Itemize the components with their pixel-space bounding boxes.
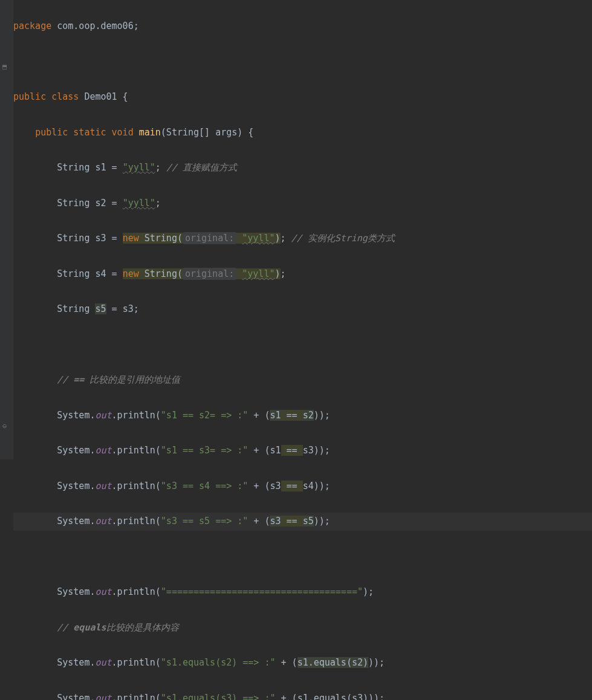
method-println: println: [117, 445, 155, 456]
string-literal: "s1 == s2= => :": [161, 410, 249, 421]
code-editor[interactable]: ⬒ ⊖ package com.oop.demo06; public class…: [0, 0, 592, 700]
string-literal: "yyll": [123, 162, 155, 173]
override-icon: ⬒: [2, 60, 7, 74]
method-println: println: [117, 410, 155, 421]
type-string: String: [57, 303, 89, 314]
class-system: System: [57, 445, 89, 456]
string-literal: "s1.equals(s3) ==> :": [161, 693, 276, 700]
method-main: main: [139, 127, 161, 138]
assign: =: [106, 268, 123, 279]
fold-icon[interactable]: ⊖: [2, 420, 7, 433]
class-system: System: [57, 586, 89, 597]
op-plus: +: [248, 516, 264, 527]
var-s3: s3: [270, 516, 281, 527]
assign: =: [106, 162, 123, 173]
keyword-new: new: [123, 233, 139, 244]
dot: .: [112, 657, 117, 668]
field-out: out: [95, 481, 111, 491]
field-out: out: [95, 445, 111, 456]
var-s3: s3: [270, 481, 281, 491]
semicolon: ;: [155, 162, 161, 173]
string-literal: "s3 == s5 ==> :": [161, 516, 249, 527]
string-literal: "s1.equals(s2) ==> :": [161, 657, 276, 668]
keyword-public: public: [35, 127, 68, 138]
dot: .: [112, 481, 117, 491]
semicolon: ;: [281, 233, 286, 244]
open-paren: (: [155, 481, 161, 491]
code-body[interactable]: package com.oop.demo06; public class Dem…: [13, 0, 592, 700]
class-system: System: [57, 693, 89, 700]
type-string: String: [57, 198, 89, 209]
open-paren: (: [155, 445, 161, 456]
semicolon: ;: [134, 21, 139, 31]
semicolon: ;: [134, 303, 139, 314]
close: ));: [314, 481, 330, 491]
var-s4: s4: [303, 481, 314, 491]
open-paren: (: [155, 693, 161, 700]
var-s5: s5: [303, 516, 314, 527]
var-s2: s2: [303, 410, 314, 421]
op-plus: +: [248, 410, 264, 421]
keyword-void: void: [112, 127, 134, 138]
op-plus: +: [276, 693, 292, 700]
param-hint: original:: [183, 232, 236, 244]
op-plus: +: [248, 445, 264, 456]
string-literal: "yyll": [123, 198, 155, 209]
op-eqeq: ==: [281, 481, 303, 491]
var-s3: s3: [95, 233, 106, 244]
op-eqeq: ==: [281, 445, 303, 456]
keyword-new: new: [123, 268, 139, 279]
open-paren: (: [155, 586, 161, 597]
comment: // equals比较的是具体内容: [57, 622, 178, 633]
keyword-class: class: [51, 91, 79, 102]
field-out: out: [95, 516, 111, 527]
dot: .: [112, 586, 117, 597]
var-s3: s3: [303, 445, 314, 456]
main-params: (String[] args) {: [161, 127, 254, 138]
assign: =: [106, 233, 123, 244]
close-paren: ): [275, 233, 280, 244]
close: )));: [363, 693, 385, 700]
method-println: println: [117, 481, 155, 491]
field-out: out: [95, 657, 111, 668]
close: ));: [314, 445, 330, 456]
method-println: println: [117, 516, 155, 527]
open-paren: (: [155, 516, 161, 527]
string-literal: "yyll": [242, 268, 275, 279]
keyword-static: static: [73, 127, 106, 138]
class-system: System: [57, 481, 89, 491]
field-out: out: [95, 693, 111, 700]
param-hint: original:: [183, 268, 236, 280]
comment: // == 比较的是引用的地址值: [57, 374, 180, 385]
op-eqeq: ==: [281, 516, 303, 527]
comment: // 实例化String类方式: [291, 233, 395, 244]
gutter: ⬒ ⊖: [0, 0, 13, 459]
open-paren: (: [155, 410, 161, 421]
string-literal: "yyll": [242, 233, 275, 244]
string-literal: "s1 == s3= => :": [161, 445, 249, 456]
var-s1: s1: [298, 693, 308, 700]
ctor-string: String(: [145, 268, 183, 279]
var-s2: s2: [95, 198, 106, 209]
equals-call: s1.equals(s2): [298, 657, 368, 668]
dot: .: [112, 693, 117, 700]
string-literal: "s3 == s4 ==> :": [161, 481, 249, 491]
type-string: String: [57, 162, 89, 173]
string-literal: "===================================": [161, 586, 363, 597]
class-system: System: [57, 410, 89, 421]
semicolon: ;: [155, 198, 161, 209]
close: ));: [368, 657, 385, 668]
close: ));: [314, 410, 330, 421]
close: );: [363, 586, 374, 597]
equals-call: .equals(: [308, 693, 352, 700]
var-s1: s1: [270, 410, 281, 421]
keyword-public: public: [13, 91, 46, 102]
op-plus: +: [276, 657, 292, 668]
var-s3: s3: [352, 693, 363, 700]
dot: .: [112, 516, 117, 527]
var-s1: s1: [95, 162, 106, 173]
var-s3: s3: [123, 303, 134, 314]
method-println: println: [117, 657, 155, 668]
comment: // 直接赋值方式: [166, 162, 237, 173]
dot: .: [112, 445, 117, 456]
